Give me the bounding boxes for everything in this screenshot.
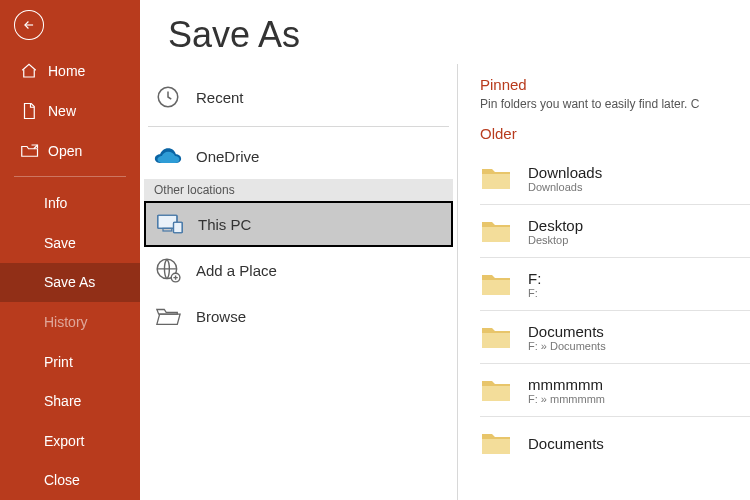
location-divider bbox=[148, 126, 449, 127]
pinned-title: Pinned bbox=[480, 76, 750, 93]
sidebar-item-save[interactable]: Save bbox=[0, 223, 140, 263]
folder-text: DownloadsDownloads bbox=[528, 164, 602, 193]
backstage-sidebar: Home New Open Info Save Save As History … bbox=[0, 0, 140, 500]
sidebar-divider bbox=[14, 176, 126, 177]
location-label: Add a Place bbox=[196, 262, 277, 279]
folder-row[interactable]: DocumentsF: » Documents bbox=[480, 311, 750, 363]
folder-icon bbox=[480, 218, 512, 244]
app-root: Home New Open Info Save Save As History … bbox=[0, 0, 750, 500]
location-label: Browse bbox=[196, 308, 246, 325]
folder-path: F: » Documents bbox=[528, 340, 606, 352]
sidebar-item-open[interactable]: Open bbox=[0, 131, 140, 171]
sidebar-item-close[interactable]: Close bbox=[0, 460, 140, 500]
folder-list: DownloadsDownloadsDesktopDesktopF:F:Docu… bbox=[480, 152, 750, 469]
folder-text: Documents bbox=[528, 435, 604, 452]
svg-rect-3 bbox=[174, 222, 183, 233]
other-locations-header: Other locations bbox=[144, 179, 453, 201]
columns: Recent OneDrive Other locations This PC bbox=[140, 64, 750, 500]
folder-name: Desktop bbox=[528, 217, 583, 234]
folder-row[interactable]: mmmmmmF: » mmmmmm bbox=[480, 364, 750, 416]
sidebar-label: Print bbox=[44, 354, 73, 370]
open-icon bbox=[20, 142, 38, 160]
older-title: Older bbox=[480, 125, 750, 142]
sidebar-item-history: History bbox=[0, 302, 140, 342]
home-icon bbox=[20, 62, 38, 80]
folder-path: Desktop bbox=[528, 234, 583, 246]
clock-icon bbox=[154, 83, 182, 111]
sidebar-item-new[interactable]: New bbox=[0, 91, 140, 131]
location-label: Recent bbox=[196, 89, 244, 106]
sidebar-item-export[interactable]: Export bbox=[0, 421, 140, 461]
folder-path: Downloads bbox=[528, 181, 602, 193]
folders-pane: Pinned Pin folders you want to easily fi… bbox=[458, 64, 750, 500]
back-button[interactable] bbox=[14, 10, 44, 40]
folder-name: mmmmmm bbox=[528, 376, 605, 393]
locations-pane: Recent OneDrive Other locations This PC bbox=[140, 64, 458, 500]
sidebar-label: History bbox=[44, 314, 88, 330]
sidebar-item-print[interactable]: Print bbox=[0, 342, 140, 382]
folder-name: Downloads bbox=[528, 164, 602, 181]
folder-text: DocumentsF: » Documents bbox=[528, 323, 606, 352]
svg-rect-5 bbox=[163, 228, 172, 231]
folder-row[interactable]: Documents bbox=[480, 417, 750, 469]
folder-row[interactable]: DesktopDesktop bbox=[480, 205, 750, 257]
folder-text: F:F: bbox=[528, 270, 541, 299]
folder-name: F: bbox=[528, 270, 541, 287]
sidebar-item-saveas[interactable]: Save As bbox=[0, 263, 140, 303]
location-label: OneDrive bbox=[196, 148, 259, 165]
folder-icon bbox=[480, 324, 512, 350]
location-addplace[interactable]: Add a Place bbox=[144, 247, 453, 293]
folder-name: Documents bbox=[528, 323, 606, 340]
location-browse[interactable]: Browse bbox=[144, 293, 453, 339]
sidebar-label: New bbox=[48, 103, 76, 119]
folder-icon bbox=[480, 430, 512, 456]
location-recent[interactable]: Recent bbox=[144, 74, 453, 120]
file-icon bbox=[20, 102, 38, 120]
sidebar-label: Home bbox=[48, 63, 85, 79]
sidebar-item-home[interactable]: Home bbox=[0, 52, 140, 92]
folder-path: F: » mmmmmm bbox=[528, 393, 605, 405]
folder-path: F: bbox=[528, 287, 541, 299]
pinned-subtitle: Pin folders you want to easily find late… bbox=[480, 97, 750, 111]
folder-row[interactable]: DownloadsDownloads bbox=[480, 152, 750, 204]
cloud-icon bbox=[154, 142, 182, 170]
globe-plus-icon bbox=[154, 256, 182, 284]
pc-icon bbox=[156, 210, 184, 238]
folder-name: Documents bbox=[528, 435, 604, 452]
main-area: Save As Recent OneDrive Other locat bbox=[140, 0, 750, 500]
folder-text: DesktopDesktop bbox=[528, 217, 583, 246]
sidebar-label: Close bbox=[44, 472, 80, 488]
sidebar-label: Export bbox=[44, 433, 84, 449]
arrow-left-icon bbox=[22, 18, 36, 32]
location-thispc[interactable]: This PC bbox=[144, 201, 453, 247]
sidebar-label: Share bbox=[44, 393, 81, 409]
page-title: Save As bbox=[140, 0, 750, 64]
folder-open-icon bbox=[154, 302, 182, 330]
sidebar-label: Info bbox=[44, 195, 67, 211]
folder-row[interactable]: F:F: bbox=[480, 258, 750, 310]
location-onedrive[interactable]: OneDrive bbox=[144, 133, 453, 179]
folder-icon bbox=[480, 165, 512, 191]
sidebar-label: Save bbox=[44, 235, 76, 251]
sidebar-item-share[interactable]: Share bbox=[0, 381, 140, 421]
location-label: This PC bbox=[198, 216, 251, 233]
folder-icon bbox=[480, 377, 512, 403]
sidebar-label: Open bbox=[48, 143, 82, 159]
sidebar-item-info[interactable]: Info bbox=[0, 183, 140, 223]
folder-text: mmmmmmF: » mmmmmm bbox=[528, 376, 605, 405]
sidebar-label: Save As bbox=[44, 274, 95, 290]
folder-icon bbox=[480, 271, 512, 297]
